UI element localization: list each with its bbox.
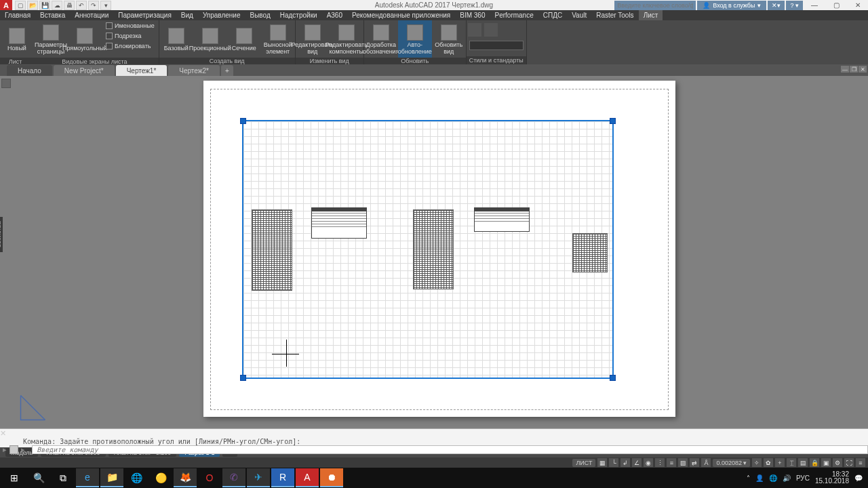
tray-chevron-icon[interactable]: ˄ [747,474,750,482]
grid-toggle-icon[interactable]: ▦ [597,458,607,467]
cycling-icon[interactable]: ⇄ [690,458,699,467]
taskview-icon[interactable]: ⧉ [52,468,75,487]
file-tab[interactable]: Чертеж1* [116,65,167,76]
ribbon-checkbox-row[interactable]: Блокировать [102,41,159,51]
start-button[interactable]: ⊞ [3,468,26,487]
telegram-icon[interactable]: ✈ [247,468,270,487]
ribbon-tab-управление[interactable]: Управление [198,10,245,20]
lang-indicator[interactable]: РУС [796,474,810,482]
command-input[interactable] [32,445,868,454]
drawing-close-icon[interactable]: ✕ [859,66,867,73]
quickprops-icon[interactable]: ▤ [798,458,808,467]
standard-icon[interactable] [484,23,498,37]
network-icon[interactable]: 🌐 [769,474,777,482]
qat-new-icon[interactable]: ▢ [15,1,26,10]
services-button[interactable]: 👤 Вход в службы ▾ [697,1,766,10]
annotation-monitor-icon[interactable]: + [775,458,785,467]
opera-icon[interactable]: O [198,468,221,487]
file-tab[interactable]: Начало [7,65,52,76]
ribbon-tab-вид[interactable]: Вид [176,10,198,20]
layout-viewport[interactable] [242,120,614,379]
ribbon-button[interactable]: Прямоугольный [68,20,102,58]
ribbon-checkbox-row[interactable]: Именованные [102,20,159,30]
drawing-restore-icon[interactable]: ❐ [850,66,858,73]
ribbon-button[interactable]: Доработка обозначения [364,20,398,58]
ribbon-button[interactable]: Базовый [159,20,193,58]
lock-ui-icon[interactable]: 🔒 [810,458,819,467]
ribbon-button[interactable]: Редактировать компоненты [330,20,363,58]
ribbon-button[interactable]: Параметры страницы [34,20,68,58]
app-logo[interactable]: A [0,0,12,10]
ribbon-tab-vault[interactable]: Vault [567,10,591,20]
ribbon-tab-performance[interactable]: Performance [490,10,538,20]
units-icon[interactable]: ⌶ [787,458,796,467]
chrome-icon[interactable]: 🟡 [149,468,172,487]
exchange-icon[interactable]: ✕▾ [768,1,785,10]
otrack-toggle-icon[interactable]: ⋮ [655,458,665,467]
style-icon[interactable] [468,23,481,37]
space-toggle[interactable]: ЛИСТ [572,459,595,467]
explorer-icon[interactable]: 📁 [100,468,123,487]
search-icon[interactable]: 🔍 [27,468,50,487]
properties-palette-tab[interactable]: Свойства [0,217,3,252]
style-combo[interactable] [469,41,524,50]
qat-saveas-icon[interactable]: ☁ [52,1,62,10]
drawing-area[interactable]: Свойства [0,76,868,428]
app-icon-1[interactable]: 🌐 [125,468,148,487]
close-button[interactable]: ✕ [848,0,868,10]
ribbon-tab-надстройки[interactable]: Надстройки [275,10,322,20]
volume-icon[interactable]: 🔊 [783,474,791,482]
annovisibility-icon[interactable]: ✧ [752,458,762,467]
drawing-min-icon[interactable]: — [841,66,849,73]
isolate-icon[interactable]: ▣ [821,458,831,467]
cmd-prompt-icon[interactable] [9,445,18,454]
firefox-icon[interactable]: 🦊 [174,468,197,487]
file-tab[interactable]: Чертеж2* [168,65,220,76]
ribbon-button[interactable]: Обновить вид [432,20,466,58]
new-tab-button[interactable]: + [221,65,233,76]
people-icon[interactable]: 👤 [755,474,764,482]
cmd-chevron-icon[interactable]: ▸ [3,445,7,454]
minimize-button[interactable]: — [804,0,825,10]
customize-icon[interactable]: ≡ [856,458,865,467]
ribbon-button[interactable]: Выносной элемент [261,20,295,58]
ribbon-checkbox-row[interactable]: Подрезка [102,30,159,41]
polar-toggle-icon[interactable]: ∠ [632,458,642,467]
edge-icon[interactable]: e [76,468,99,487]
viewport-grip-br[interactable] [610,375,616,381]
ribbon-tab-a360[interactable]: A360 [322,10,347,20]
transparency-icon[interactable]: ▨ [678,458,688,467]
osnap-toggle-icon[interactable]: ◉ [644,458,653,467]
scale-readout[interactable]: 0.002082 ▾ [713,459,750,467]
ribbon-tab-вставка[interactable]: Вставка [35,10,70,20]
ribbon-tab-параметризация[interactable]: Параметризация [113,10,176,20]
ribbon-tab-лист[interactable]: Лист [639,10,663,20]
snap-toggle-icon[interactable]: └ [609,458,618,467]
qat-undo-icon[interactable]: ↶ [76,1,87,10]
ribbon-button[interactable]: Проекционный [193,20,227,58]
qat-open-icon[interactable]: 📂 [27,1,38,10]
ribbon-tab-аннотации[interactable]: Аннотации [70,10,113,20]
ribbon-tab-главная[interactable]: Главная [0,10,35,20]
annoscale-icon[interactable]: Å [701,458,711,467]
cmd-close-icon[interactable]: ✕ [0,429,868,438]
ribbon-button[interactable]: Редактировать вид [296,20,330,58]
ribbon-button[interactable]: Сечение [227,20,261,58]
ribbon-button[interactable]: Авто-обновление [398,20,432,58]
ribbon-tab-спдс[interactable]: СПДС [538,10,567,20]
autocad-icon[interactable]: A [296,468,319,487]
hwaccel-icon[interactable]: ⚙ [833,458,842,467]
ribbon-tab-вывод[interactable]: Вывод [245,10,275,20]
qat-more-icon[interactable]: ▾ [100,1,111,10]
search-input[interactable] [614,1,696,10]
viewport-grip-tr[interactable] [610,118,616,124]
maximize-button[interactable]: ▢ [826,0,846,10]
clock[interactable]: 18:32 15.10.2018 [815,471,849,485]
revit-icon[interactable]: R [271,468,294,487]
viewport-grip-bl[interactable] [240,375,246,381]
ribbon-tab-raster tools[interactable]: Raster Tools [591,10,638,20]
viewport-grip-tl[interactable] [240,118,246,124]
file-tab[interactable]: New Project* [54,65,115,76]
nav-icon[interactable] [1,79,11,88]
viber-icon[interactable]: ✆ [222,468,245,487]
